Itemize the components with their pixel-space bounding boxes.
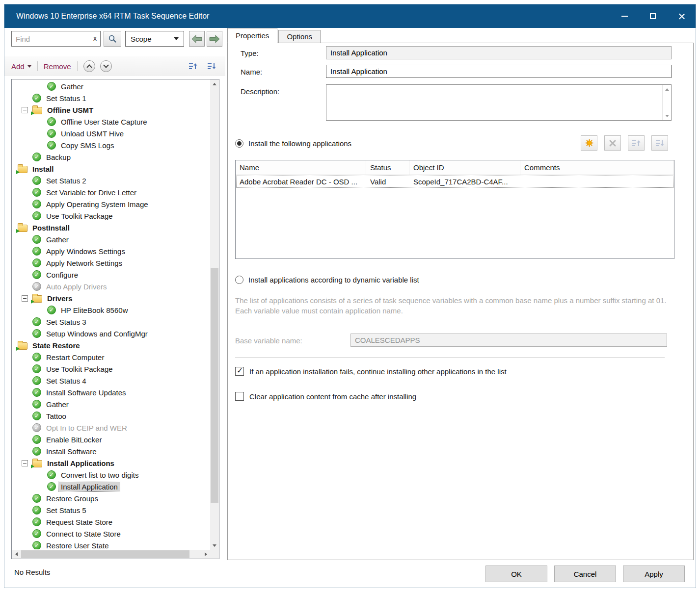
expand-all-button[interactable] [100,60,112,72]
table-cell: ScopeId_717CA2BD-C4AF... [409,178,520,186]
window-titlebar[interactable]: Windows 10 Enterprise x64 RTM Task Seque… [4,4,696,28]
tree-item[interactable]: ✓Apply Operating System Image [12,198,210,210]
step-check-icon: ✓ [32,364,41,373]
clear-cache-checkbox[interactable] [235,392,244,401]
description-scrollbar[interactable] [662,85,671,120]
tree-item[interactable]: ✓Restore User State [12,540,210,549]
collapse-all-button[interactable] [83,60,95,72]
tree-item[interactable]: Install [12,163,210,175]
minimize-button[interactable] [610,4,639,28]
tree-item[interactable]: ✓Enable BitLocker [12,434,210,445]
tree-item[interactable]: ✓Set Status 3 [12,316,210,328]
radio-dynamic-variable-list[interactable]: Install applications according to dynami… [235,276,419,284]
tree-item-label: Apply Network Settings [44,258,124,268]
find-clear-button[interactable]: x [93,34,97,42]
step-check-icon: ✓ [32,235,41,244]
tree-item[interactable]: ✓Connect to State Store [12,528,210,540]
tree-item[interactable]: ✓Install Application [12,481,210,492]
remove-button[interactable]: Remove [44,62,71,71]
clear-cache-checkbox-row[interactable]: Clear application content from cache aft… [235,392,416,401]
tree-item[interactable]: ✓Restart Computer [12,351,210,363]
continue-on-fail-checkbox[interactable] [235,367,244,376]
cancel-button[interactable]: Cancel [554,566,616,582]
tree-item[interactable]: ✓Backup [12,151,210,163]
radio-install-applications[interactable]: Install the following applications [235,139,351,148]
move-application-down-button[interactable] [651,135,668,151]
add-button[interactable]: Add [11,62,31,71]
scope-dropdown[interactable]: Scope [125,31,184,47]
tree-item[interactable]: ✓Gather [12,398,210,410]
table-row[interactable]: Adobe Acrobat Reader DC - OSD ...ValidSc… [236,175,674,188]
tree-item[interactable]: ✓Install Software Updates [12,386,210,398]
tree-item[interactable]: ✓Apply Network Settings [12,257,210,269]
tree-horizontal-scrollbar[interactable] [12,550,210,559]
tree-item[interactable]: ✓Unload USMT Hive [12,128,210,139]
tree-item[interactable]: ✓Use Toolkit Package [12,363,210,375]
scroll-left-arrow[interactable] [12,550,21,559]
scroll-up-arrow[interactable] [663,85,672,94]
navigate-back-button[interactable] [189,31,205,47]
tree-item[interactable]: ✓Restore Groups [12,492,210,504]
tree-item[interactable]: ✓HP EliteBook 8560w [12,304,210,316]
tree-item[interactable]: State Restore [12,339,210,351]
tree-item[interactable]: Install Applications [12,457,210,469]
tree-item[interactable]: ✓Setup Windows and ConfigMgr [12,328,210,339]
tree-item[interactable]: ✓Set Variable for Drive Letter [12,186,210,198]
tree-item[interactable]: ✓Opt In to CEIP and WER [12,422,210,434]
tree-item[interactable]: ✓Set Status 2 [12,175,210,186]
scroll-down-arrow[interactable] [663,111,672,120]
tree-vertical-scrollbar[interactable] [210,79,219,550]
scroll-down-arrow[interactable] [210,541,219,550]
group-folder-icon [18,342,27,350]
name-field[interactable] [326,65,672,78]
tab-properties[interactable]: Properties [227,28,277,43]
tree-item[interactable]: ✓Set Status 5 [12,504,210,516]
column-header-status[interactable]: Status [366,160,409,175]
tree-item[interactable]: Drivers [12,292,210,304]
tree-item[interactable]: ✓Offline User State Capture [12,116,210,128]
continue-on-fail-checkbox-row[interactable]: If an application installation fails, co… [235,367,507,376]
search-button[interactable] [104,31,121,47]
tree-item[interactable]: ✓Gather [12,80,210,92]
scroll-up-arrow[interactable] [210,79,219,88]
apply-button[interactable]: Apply [623,566,685,582]
move-down-button[interactable] [205,60,218,73]
new-application-button[interactable] [581,135,597,151]
move-application-up-button[interactable] [628,135,645,151]
column-header-name[interactable]: Name [236,160,366,175]
tree-item[interactable]: PostInstall [12,222,210,233]
navigate-forward-button[interactable] [207,31,222,47]
tree-item[interactable]: ✓Apply Windows Settings [12,245,210,257]
tab-options[interactable]: Options [278,30,321,43]
tree-item[interactable]: ✓Gather [12,233,210,245]
scroll-right-arrow[interactable] [201,550,210,559]
tree-item[interactable]: ✓Request State Store [12,516,210,528]
description-field[interactable] [326,84,672,121]
tree-collapse-icon[interactable] [22,295,28,302]
tree-collapse-icon[interactable] [22,107,28,113]
tree-item[interactable]: ✓Tattoo [12,410,210,422]
tree-item[interactable]: ✓Configure [12,269,210,281]
ok-button[interactable]: OK [485,566,547,582]
column-header-object-id[interactable]: Object ID [409,160,520,175]
tree-item[interactable]: ✓Convert list to two digits [12,469,210,481]
tree-collapse-icon[interactable] [22,460,28,466]
delete-application-button[interactable] [604,135,621,151]
move-up-button[interactable] [186,60,200,73]
horizontal-scroll-thumb[interactable] [21,550,189,558]
radio-button-icon[interactable] [235,139,243,148]
find-input[interactable] [11,31,101,47]
tree-item[interactable]: ✓Auto Apply Drivers [12,281,210,292]
tree-item[interactable]: ✓Use Toolkit Package [12,210,210,222]
tree-item[interactable]: ✓Install Software [12,445,210,457]
maximize-button[interactable] [639,4,667,28]
vertical-scroll-thumb[interactable] [211,268,218,503]
tree-item[interactable]: ✓Copy SMS Logs [12,139,210,151]
column-header-comments[interactable]: Comments [520,160,674,175]
radio-button-icon[interactable] [235,276,243,284]
tree-item[interactable]: Offline USMT [12,104,210,116]
bottom-bar: No Results OK Cancel Apply [4,560,696,588]
tree-item[interactable]: ✓Set Status 4 [12,375,210,386]
tree-item[interactable]: ✓Set Status 1 [12,92,210,104]
close-button[interactable] [667,4,696,28]
